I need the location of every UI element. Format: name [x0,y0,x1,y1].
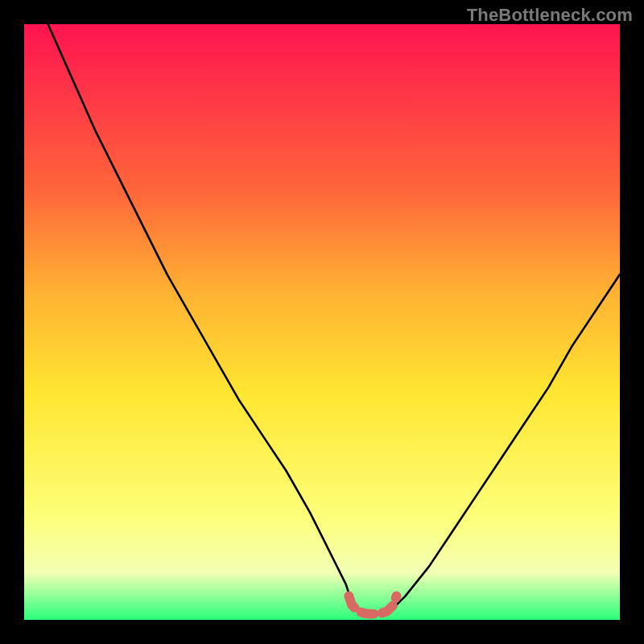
gradient-background [24,24,620,620]
bottleneck-chart [24,24,620,620]
watermark-text: TheBottleneck.com [467,5,633,26]
chart-frame: TheBottleneck.com [0,0,644,644]
